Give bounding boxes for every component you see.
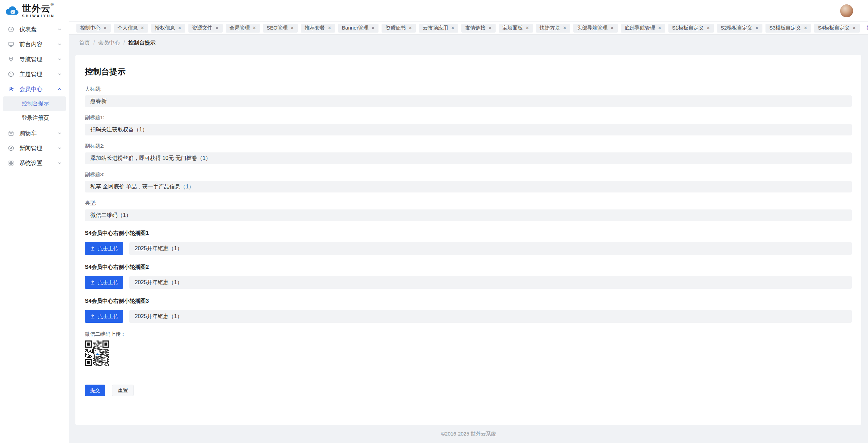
sidebar-item-icon bbox=[8, 56, 14, 62]
upload-section-label: S4会员中心右侧小轮播图3 bbox=[85, 298, 852, 305]
qrcode-label: 微信二维码上传： bbox=[85, 331, 852, 337]
form-field: 副标题2: 添加站长进粉丝群，即可获得 10元 无门槛卷（1） bbox=[85, 143, 852, 164]
tab[interactable]: 快捷方块 ✕ bbox=[536, 24, 570, 33]
close-tab-icon[interactable]: ✕ bbox=[103, 26, 107, 30]
close-tab-icon[interactable]: ✕ bbox=[253, 26, 256, 30]
breadcrumb-current: 控制台提示 bbox=[128, 39, 155, 47]
close-tab-icon[interactable]: ✕ bbox=[610, 26, 614, 30]
tab[interactable]: S2模板自定义 ✕ bbox=[717, 24, 762, 33]
close-tab-icon[interactable]: ✕ bbox=[658, 26, 662, 30]
input-value: 私享 全网底价 单品，获一手产品信息（1） bbox=[90, 183, 194, 190]
upload-icon bbox=[90, 314, 95, 319]
close-tab-icon[interactable]: ✕ bbox=[408, 26, 412, 30]
tab[interactable]: Banner管理 ✕ bbox=[338, 24, 378, 33]
tab[interactable]: S3模板自定义 ✕ bbox=[765, 24, 811, 33]
upload-button[interactable]: 点击上传 bbox=[85, 242, 123, 255]
upload-filename-input[interactable]: 2025开年钜惠（1） bbox=[129, 242, 852, 255]
upload-filename-input[interactable]: 2025开年钜惠（1） bbox=[129, 310, 852, 323]
tab[interactable]: 全局管理 ✕ bbox=[226, 24, 260, 33]
upload-button[interactable]: 点击上传 bbox=[85, 276, 123, 289]
sidebar-item[interactable]: 导航管理 bbox=[0, 52, 69, 67]
field-label: 副标题1: bbox=[85, 114, 852, 121]
close-tab-icon[interactable]: ✕ bbox=[328, 26, 331, 30]
sidebar-subitem[interactable]: 控制台提示 bbox=[3, 96, 66, 111]
footer-copyright: ©2016-2025 世外云系统 bbox=[69, 425, 868, 443]
upload-section-label: S4会员中心右侧小轮播图1 bbox=[85, 230, 852, 237]
chevron-icon bbox=[57, 146, 62, 151]
form-field: 类型: 微信二维码（1） bbox=[85, 200, 852, 221]
form-field: 大标题: 惠春新 bbox=[85, 86, 852, 107]
upload-filename-input[interactable]: 2025开年钜惠（1） bbox=[129, 276, 852, 289]
chevron-icon bbox=[57, 72, 62, 77]
brand-subtitle: SHIWAIYUN bbox=[22, 15, 55, 18]
form-field: 副标题1: 扫码关注获取权益（1） bbox=[85, 114, 852, 135]
breadcrumb-separator: / bbox=[123, 40, 125, 46]
tab[interactable]: S1模板自定义 ✕ bbox=[668, 24, 714, 33]
upload-button[interactable]: 点击上传 bbox=[85, 310, 123, 323]
close-tab-icon[interactable]: ✕ bbox=[290, 26, 294, 30]
sidebar-item[interactable]: 仪表盘 bbox=[0, 22, 69, 37]
sidebar-item[interactable]: 新闻管理 bbox=[0, 141, 69, 155]
chevron-icon bbox=[57, 42, 62, 47]
chevron-icon bbox=[57, 27, 62, 32]
sidebar-item-icon bbox=[8, 26, 14, 33]
text-fields: 大标题: 惠春新 副标题1: 扫码关注获取权益（1） bbox=[85, 86, 852, 221]
text-input[interactable]: 微信二维码（1） bbox=[85, 209, 852, 221]
upload-sections: S4会员中心右侧小轮播图1 点击上传 2025开年钜惠（1） bbox=[85, 230, 852, 323]
close-tab-icon[interactable]: ✕ bbox=[371, 26, 375, 30]
brand-cloud-icon bbox=[4, 5, 20, 17]
close-tab-icon[interactable]: ✕ bbox=[178, 26, 182, 30]
tab[interactable]: 控制台提示 ✕ bbox=[863, 24, 868, 33]
close-tab-icon[interactable]: ✕ bbox=[804, 26, 808, 30]
text-input[interactable]: 惠春新 bbox=[85, 95, 852, 107]
sidebar-item[interactable]: 前台内容 bbox=[0, 37, 69, 52]
tab[interactable]: 资质证书 ✕ bbox=[382, 24, 416, 33]
breadcrumb-home[interactable]: 首页 bbox=[79, 39, 90, 47]
tab[interactable]: 资源文件 ✕ bbox=[188, 24, 223, 33]
sidebar-item-icon bbox=[8, 41, 14, 48]
text-input[interactable]: 扫码关注获取权益（1） bbox=[85, 124, 852, 135]
tab[interactable]: 云市场应用 ✕ bbox=[419, 24, 458, 33]
sidebar-subitem[interactable]: 登录注册页 bbox=[3, 111, 66, 126]
upload-section-label: S4会员中心右侧小轮播图2 bbox=[85, 264, 852, 271]
close-tab-icon[interactable]: ✕ bbox=[755, 26, 759, 30]
sidebar-item[interactable]: 主题管理 bbox=[0, 67, 69, 81]
upload-section: S4会员中心右侧小轮播图3 点击上传 2025开年钜惠（1） bbox=[85, 298, 852, 323]
tab[interactable]: 底部导航管理 ✕ bbox=[621, 24, 665, 33]
tab[interactable]: 友情链接 ✕ bbox=[461, 24, 496, 33]
close-tab-icon[interactable]: ✕ bbox=[563, 26, 567, 30]
sidebar-menu: 仪表盘 前台内容 导航管理 主题管理 bbox=[0, 22, 69, 170]
sidebar-item[interactable]: 会员中心 bbox=[0, 81, 69, 96]
tab[interactable]: 推荐套餐 ✕ bbox=[301, 24, 335, 33]
close-tab-icon[interactable]: ✕ bbox=[706, 26, 710, 30]
close-tab-icon[interactable]: ✕ bbox=[215, 26, 219, 30]
close-tab-icon[interactable]: ✕ bbox=[488, 26, 492, 30]
tab[interactable]: 控制中心 ✕ bbox=[76, 24, 111, 33]
user-avatar[interactable] bbox=[840, 4, 853, 17]
tab[interactable]: SEO管理 ✕ bbox=[263, 24, 298, 33]
close-tab-icon[interactable]: ✕ bbox=[852, 26, 856, 30]
submit-button[interactable]: 提交 bbox=[85, 385, 105, 396]
tab[interactable]: 头部导航管理 ✕ bbox=[573, 24, 618, 33]
close-tab-icon[interactable]: ✕ bbox=[451, 26, 455, 30]
chevron-icon bbox=[57, 131, 62, 136]
close-tab-icon[interactable]: ✕ bbox=[141, 26, 144, 30]
text-input[interactable]: 添加站长进粉丝群，即可获得 10元 无门槛卷（1） bbox=[85, 152, 852, 164]
breadcrumb-section[interactable]: 会员中心 bbox=[98, 39, 120, 47]
tab[interactable]: 授权信息 ✕ bbox=[151, 24, 185, 33]
sidebar-item[interactable]: 购物车 bbox=[0, 126, 69, 141]
field-label: 副标题2: bbox=[85, 143, 852, 149]
qrcode-section: 微信二维码上传： ☁ bbox=[85, 331, 852, 368]
text-input[interactable]: 私享 全网底价 单品，获一手产品信息（1） bbox=[85, 181, 852, 192]
tab[interactable]: 宝塔面板 ✕ bbox=[499, 24, 533, 33]
sidebar-item[interactable]: 系统设置 bbox=[0, 155, 69, 170]
reset-button[interactable]: 重置 bbox=[112, 385, 134, 396]
upload-icon bbox=[90, 246, 95, 251]
tab[interactable]: S4模板自定义 ✕ bbox=[814, 24, 860, 33]
sidebar-item-icon bbox=[8, 160, 14, 166]
breadcrumb-separator: / bbox=[93, 40, 95, 46]
tab[interactable]: 个人信息 ✕ bbox=[114, 24, 148, 33]
close-tab-icon[interactable]: ✕ bbox=[525, 26, 529, 30]
app-root: 世外云® SHIWAIYUN 仪表盘 前台内容 bbox=[0, 0, 868, 443]
input-value: 惠春新 bbox=[90, 98, 107, 105]
